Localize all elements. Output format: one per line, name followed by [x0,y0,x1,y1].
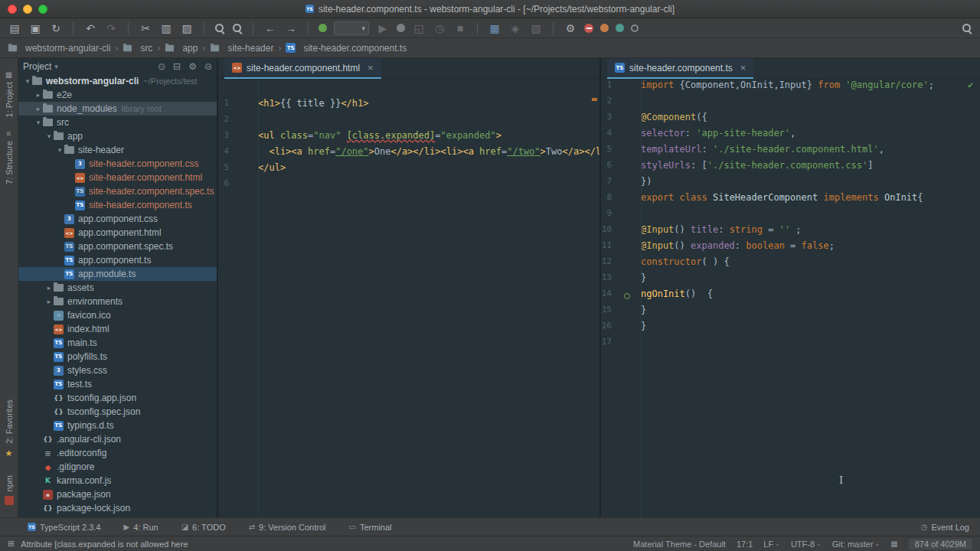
profiler-icon[interactable]: ◷ [433,22,446,34]
undo-icon[interactable]: ↶ [83,22,97,34]
close-icon[interactable]: × [740,62,746,73]
settings-gear-icon[interactable]: ⚙ [564,22,577,34]
chevron-right-icon[interactable]: ▸ [44,284,54,292]
forward-icon[interactable]: → [284,22,298,34]
status-widget-git-master[interactable]: Git: master⌄ [832,540,880,549]
toolwindow-button-vcs[interactable]: ⇄9: Version Control [249,523,326,532]
breadcrumb-item[interactable]: webstorm-angular-cli [8,43,110,54]
error-stripe-mark[interactable] [592,98,597,101]
tree-row[interactable]: ▾webstorm-angular-cli~/Projects/test [18,74,217,88]
paste-icon[interactable]: ▨ [180,22,194,34]
tree-row[interactable]: TSapp.module.ts [18,267,217,281]
tree-row[interactable]: TSapp.component.spec.ts [18,240,217,253]
tree-row[interactable]: ▸e2e [18,88,217,102]
close-window-button[interactable] [8,5,17,14]
sync-status-icon[interactable] [616,24,624,32]
code-editor-html[interactable]: 1<h1>{{ title }}</h1>23<ul class="nav" [… [218,80,599,517]
chevron-right-icon[interactable]: ▸ [34,91,43,99]
toolwindow-button-run[interactable]: ▶4: Run [124,523,158,532]
open-icon[interactable]: ▤ [8,22,21,34]
tree-row[interactable]: ≡.editorconfig [18,446,217,460]
tree-row[interactable]: ◆.gitignore [18,460,217,474]
chevron-down-icon[interactable]: ▾ [23,77,32,85]
breadcrumb-item[interactable]: src [122,43,152,54]
tree-row[interactable]: <>index.html [18,322,217,336]
zoom-window-button[interactable] [38,5,47,14]
chevron-down-icon[interactable]: ▾ [55,146,64,154]
chevron-right-icon[interactable]: ▸ [34,105,43,112]
help-icon[interactable] [631,24,639,32]
stripe-button-favorites[interactable]: 2: Favorites★ [5,399,14,462]
stripe-button-project[interactable]: ▦1: Project [5,70,14,117]
collapse-all-icon[interactable]: ⊟ [173,61,181,72]
tree-row[interactable]: TSsite-header.component.ts [18,198,217,212]
tree-row[interactable]: 3site-header.component.css [18,157,217,171]
tree-row[interactable]: {}tsconfig.spec.json [18,405,217,419]
status-widget-17-1[interactable]: 17:1 [737,540,753,549]
stop-icon[interactable]: ■ [453,22,467,34]
tree-row[interactable]: TSmain.ts [18,336,217,350]
breadcrumb-item[interactable]: app [165,43,198,54]
tree-row[interactable]: TStest.ts [18,377,217,391]
run-icon[interactable]: ▶ [376,22,390,34]
tree-row[interactable]: <>site-header.component.html [18,171,217,184]
chevron-right-icon[interactable]: ▸ [44,298,54,305]
project-panel-title[interactable]: Project [23,61,51,72]
tree-row[interactable]: ▾site-header [18,143,217,157]
breadcrumb-item[interactable]: TSsite-header.component.ts [286,43,407,54]
tree-row[interactable]: TStypings.d.ts [18,419,217,432]
tree-row[interactable]: TSapp.component.ts [18,253,217,267]
toolwindow-button-terminal[interactable]: ▭Terminal [349,523,392,532]
coverage-icon[interactable]: ◱ [412,22,426,34]
save-all-icon[interactable]: ▣ [28,22,42,34]
tab-site-header-component-html[interactable]: <> site-header.component.html × [224,58,381,79]
toolwindow-button-eventlog[interactable]: ◷Event Log [921,523,969,532]
tree-row[interactable]: ◦favicon.ico [18,308,217,322]
step-icon[interactable]: ◈ [508,22,522,34]
redo-icon[interactable]: ↷ [104,22,118,34]
replace-icon[interactable] [232,23,243,34]
cut-icon[interactable]: ✂ [139,22,152,34]
stripe-button-npm[interactable]: npm [5,475,14,505]
tree-row[interactable]: ▸environments [18,295,217,308]
toolwindow-button-ts-badge[interactable]: TSTypeScript 2.3.4 [28,523,101,532]
project-structure-icon[interactable] [600,24,609,32]
tree-row[interactable]: ▸node_moduleslibrary root [18,102,217,116]
tree-row[interactable]: {}package-lock.json [18,501,217,515]
tree-row[interactable]: {}.angular-cli.json [18,432,217,446]
toolwindow-switcher-icon[interactable]: ⊞ [8,539,15,549]
attach-debugger-icon[interactable]: ▦ [488,22,501,34]
console-icon[interactable]: ▧ [529,22,543,34]
back-icon[interactable]: ← [263,22,277,34]
status-widget-material-theme-default[interactable]: Material Theme - Default [633,540,726,549]
indicator-icon[interactable]: ▦ [890,540,897,548]
close-icon[interactable]: × [368,62,374,73]
status-widget-lf[interactable]: LF⌄ [763,540,780,549]
tree-row[interactable]: {}tsconfig.app.json [18,391,217,405]
tree-row[interactable]: TSpolyfills.ts [18,350,217,364]
inspections-ok-icon[interactable]: ✔ [968,81,974,90]
stripe-button-structure[interactable]: ≡7: Structure [5,129,14,184]
tree-row[interactable]: <>app.component.html [18,226,217,240]
mute-breakpoints-icon[interactable] [584,24,593,33]
synchronize-icon[interactable]: ↻ [49,22,63,34]
toolwindow-button-todo[interactable]: ◪6: TODO [181,523,226,532]
tree-row[interactable]: ▸assets [18,281,217,295]
status-widget-utf-8[interactable]: UTF-8⌄ [791,540,822,549]
status-widget-874-of-4029m[interactable]: 874 of 4029M [909,539,972,549]
tree-row[interactable]: npackage.json [18,487,217,501]
run-config-icon[interactable] [318,24,327,32]
tree-row[interactable]: 3styles.css [18,364,217,377]
find-icon[interactable] [214,23,225,34]
search-everywhere-icon[interactable] [962,23,972,34]
copy-icon[interactable]: ▥ [159,22,173,34]
run-config-combo[interactable]: ▾ [334,21,369,35]
override-marker-icon[interactable] [624,293,630,299]
locate-icon[interactable]: ⊙ [158,61,165,72]
tree-row[interactable]: Kkarma.conf.js [18,474,217,487]
tree-row[interactable]: 3app.component.css [18,212,217,226]
panel-settings-icon[interactable]: ⚙ [188,61,197,72]
hide-panel-icon[interactable]: ⊝ [204,61,212,72]
debug-icon[interactable] [397,24,405,32]
chevron-down-icon[interactable]: ▾ [44,132,54,140]
